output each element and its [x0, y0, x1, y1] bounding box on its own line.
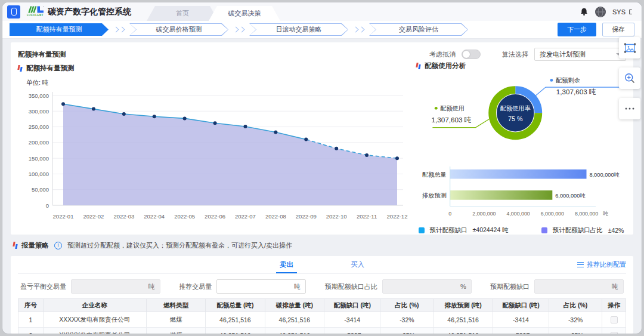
svg-text:2022-10: 2022-10	[326, 213, 347, 220]
ratio-config-link[interactable]: 推荐比例配置	[577, 256, 626, 273]
svg-text:6,000,000吨: 6,000,000吨	[555, 193, 586, 199]
table-column-header-9: 配额缺口 (吨)	[493, 299, 549, 312]
table-column-header-1: 序号	[18, 299, 44, 312]
table-column-header-10: 占比 (%)	[549, 299, 602, 312]
user-name: SYS	[612, 8, 626, 16]
svg-text:2022-05: 2022-05	[174, 213, 195, 220]
svg-text:150,000: 150,000	[29, 155, 49, 162]
svg-text:2022-06: 2022-06	[205, 213, 225, 220]
svg-text:6,000,000: 6,000,000	[541, 211, 564, 217]
trade-tab-1[interactable]: 卖出	[275, 256, 298, 273]
quota-bar-chart: 配额总量8,000,000吨排放预测6,000,000吨02,000,0004,…	[416, 165, 626, 221]
user-menu[interactable]: SYS	[612, 8, 634, 16]
next-step-button[interactable]: 下一步	[558, 23, 596, 36]
table-cell: -3414	[493, 312, 549, 328]
forecast-panel-head: 配额持有量预测 考虑抵消 算法选择 按发电计划预测	[18, 47, 626, 61]
svg-text:300,000: 300,000	[29, 108, 49, 115]
header-tab-1[interactable]: 首页	[147, 6, 218, 21]
unit-label: 单位: 吨	[26, 79, 413, 87]
table-cell: XXXXX发电有限责任公司	[43, 328, 146, 334]
row-checkbox[interactable]	[611, 316, 618, 323]
svg-text:2022-08: 2022-08	[265, 213, 286, 220]
workflow-step-3[interactable]: 日滚动交易策略	[249, 23, 348, 36]
workflow-bar: 配额持有量预测碳交易价格预测日滚动交易策略交易风险评估 下一步 保存	[2, 21, 642, 39]
avatar[interactable]	[595, 7, 606, 17]
algorithm-value: 按发电计划预测	[540, 50, 586, 59]
table-cell: +5827	[324, 328, 380, 334]
table-cell: XXXXX发电有限责任公司	[43, 312, 146, 328]
row-checkbox[interactable]	[611, 332, 618, 334]
toggle-knob	[463, 51, 470, 58]
trade-field-input-1: 吨	[71, 279, 160, 294]
svg-text:200,000: 200,000	[29, 139, 49, 146]
workflow-step-1[interactable]: 配额持有量预测	[10, 23, 109, 36]
svg-text:50,000: 50,000	[32, 186, 49, 193]
svg-text:2022-03: 2022-03	[113, 213, 134, 220]
table-cell: 燃煤	[146, 312, 205, 328]
trade-field-input-3: %	[382, 279, 472, 294]
header-tabs: 首页碳交易决策	[151, 6, 275, 21]
algorithm-select[interactable]: 按发电计划预测	[534, 48, 626, 61]
header-tab-2[interactable]: 碳交易决策	[209, 6, 280, 21]
table-column-header-4: 配额总量 (吨)	[206, 299, 265, 312]
trade-tabs: 卖出买入 推荐比例配置	[18, 256, 626, 274]
usage-donut-chart: 配额使用率75 %配额使用1,307,603 吨配额剩余1,307,603 吨	[416, 70, 626, 165]
bell-icon[interactable]	[580, 7, 589, 17]
image-icon	[624, 42, 636, 54]
svg-text:75 %: 75 %	[508, 115, 523, 122]
svg-text:配额使用: 配额使用	[440, 105, 465, 112]
workflow-step-4[interactable]: 交易风险评估	[369, 23, 468, 36]
table-cell: 46,251,516	[206, 328, 265, 334]
svg-text:吨: 吨	[603, 211, 608, 217]
forecast-panel: 配额持有量预测 考虑抵消 算法选择 按发电计划预测 配额持有量预测	[11, 42, 633, 235]
brand-text: LUCULENT	[27, 14, 44, 17]
trade-tabs-group: 卖出买入	[275, 256, 369, 273]
trade-tab-2[interactable]: 买入	[346, 256, 369, 273]
brand-logo: LUCULENT	[26, 6, 44, 17]
table-column-header-3: 燃料类型	[146, 299, 205, 312]
main-content: 配额持有量预测 考虑抵消 算法选择 按发电计划预测 配额持有量预测	[2, 39, 642, 334]
table-cell: +25%	[380, 328, 434, 334]
step-separator-icon	[234, 27, 244, 32]
workflow-step-2[interactable]: 碳交易价格预测	[129, 23, 228, 36]
legend-swatch	[419, 227, 425, 233]
legend-item-2: 预计配额缺口占比±42%	[541, 226, 624, 235]
trade-field-1: 盈亏平衡交易量吨	[20, 279, 160, 294]
svg-text:2022-07: 2022-07	[235, 213, 256, 220]
menu-icon	[11, 8, 17, 16]
floating-toolbar	[619, 37, 640, 119]
screenshot-tool-button[interactable]	[619, 37, 640, 58]
svg-text:8,000,000: 8,000,000	[575, 211, 598, 217]
list-icon	[577, 262, 584, 267]
globe-icon	[595, 7, 606, 17]
magnifier-plus-icon	[624, 72, 636, 84]
workflow-actions: 下一步 保存	[558, 23, 634, 36]
table-cell: -3414	[324, 312, 380, 328]
svg-text:2022-04: 2022-04	[144, 213, 165, 220]
trade-field-4: 预期配额缺口吨	[490, 279, 624, 294]
save-button[interactable]: 保存	[602, 23, 634, 36]
section-bars-icon	[416, 63, 421, 70]
fields-row: 盈亏平衡交易量吨推荐交易量吨预期配额缺口占比%预期配额缺口吨	[18, 274, 626, 298]
trade-field-input-2[interactable]: 吨	[216, 279, 306, 294]
table-cell: -32%	[380, 312, 434, 328]
legend-swatch	[541, 227, 547, 233]
sidebar-toggle-button[interactable]	[7, 5, 20, 19]
step-separator-icon	[114, 27, 124, 32]
app-window: LUCULENT 碳资产数字化管控系统 首页碳交易决策 SYS	[2, 2, 642, 334]
svg-text:配额总量: 配额总量	[422, 171, 447, 178]
more-tools-button[interactable]	[619, 98, 640, 119]
zoom-in-button[interactable]	[619, 67, 640, 89]
operation-cell	[602, 312, 626, 328]
svg-text:100,000: 100,000	[29, 171, 49, 177]
trade-panel: 卖出买入 推荐比例配置 盈亏平衡交易量吨推荐交易量吨预期配额缺口占比%预期配额缺…	[11, 256, 633, 334]
svg-text:1,307,603 吨: 1,307,603 吨	[431, 116, 471, 124]
table-cell: 1	[18, 312, 44, 328]
svg-text:1,307,603 吨: 1,307,603 吨	[556, 88, 596, 95]
info-icon	[54, 242, 62, 249]
table-column-header-11: 操作	[602, 299, 626, 312]
trade-field-input-4: 吨	[534, 279, 624, 294]
table-cell: 46,251,516	[265, 328, 324, 334]
table-cell: +5827	[493, 328, 549, 334]
offset-toggle[interactable]	[462, 50, 481, 59]
